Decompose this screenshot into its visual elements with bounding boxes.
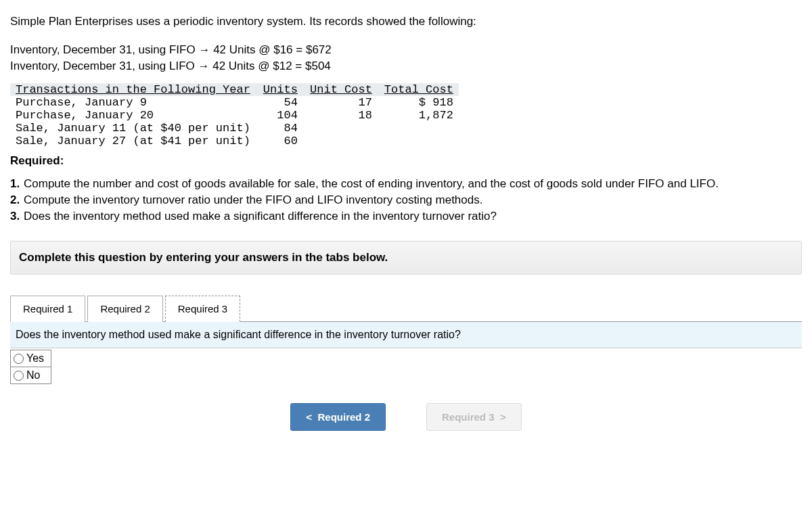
col-header-unit-cost: Unit Cost [303, 83, 378, 96]
option-no-label: No [26, 369, 40, 381]
radio-icon[interactable] [14, 354, 24, 364]
cell-desc: Sale, January 27 (at $41 per unit) [10, 135, 256, 147]
question-bar: Does the inventory method used make a si… [10, 322, 802, 348]
cell-units: 54 [256, 96, 303, 109]
prev-button[interactable]: < Required 2 [290, 403, 386, 431]
requirement-item: 2. Compute the inventory turnover ratio … [10, 192, 802, 208]
req-text: Compute the inventory turnover ratio und… [24, 192, 482, 208]
lifo-line: Inventory, December 31, using LIFO → 42 … [10, 58, 802, 74]
cell-units: 104 [256, 109, 303, 122]
answer-options: Yes No [10, 350, 51, 384]
required-label: Required: [10, 154, 802, 168]
cell-desc: Sale, January 11 (at $40 per unit) [10, 122, 256, 135]
tab-required-3[interactable]: Required 3 [165, 296, 240, 322]
table-row: Purchase, January 9 54 17 $ 918 [10, 96, 459, 109]
req-number: 2. [10, 192, 24, 208]
chevron-right-icon: > [500, 411, 506, 423]
cell-units: 60 [256, 135, 303, 147]
prev-label: Required 2 [317, 411, 370, 423]
cell-unit-cost: 18 [303, 109, 378, 122]
requirement-item: 3. Does the inventory method used make a… [10, 208, 802, 225]
req-text: Compute the number and cost of goods ava… [24, 176, 719, 192]
transactions-table: Transactions in the Following Year Units… [10, 83, 459, 147]
next-button[interactable]: Required 3 > [426, 403, 522, 431]
cell-total-cost [378, 122, 459, 135]
cell-total-cost [378, 135, 459, 147]
cell-units: 84 [256, 122, 303, 135]
chevron-left-icon: < [306, 411, 312, 423]
table-header-row: Transactions in the Following Year Units… [10, 83, 459, 96]
col-header-units: Units [256, 83, 303, 96]
req-number: 1. [10, 176, 24, 192]
requirement-item: 1. Compute the number and cost of goods … [10, 176, 802, 192]
tab-required-2[interactable]: Required 2 [87, 296, 162, 322]
radio-icon[interactable] [14, 371, 24, 381]
tab-required-1[interactable]: Required 1 [10, 296, 85, 322]
requirements-list: 1. Compute the number and cost of goods … [10, 176, 802, 224]
cell-desc: Purchase, January 9 [10, 96, 256, 109]
cell-unit-cost [303, 122, 378, 135]
table-row: Purchase, January 20 104 18 1,872 [10, 109, 459, 122]
intro-text: Simple Plan Enterprises uses a periodic … [10, 14, 802, 30]
tabs-container: Required 1 Required 2 Required 3 [10, 295, 802, 322]
cell-total-cost: $ 918 [378, 96, 459, 109]
req-text: Does the inventory method used make a si… [24, 208, 497, 225]
cell-total-cost: 1,872 [378, 109, 459, 122]
table-row: Sale, January 27 (at $41 per unit) 60 [10, 135, 459, 147]
nav-buttons: < Required 2 Required 3 > [10, 403, 802, 431]
req-number: 3. [10, 208, 24, 225]
cell-unit-cost [303, 135, 378, 147]
instruction-bar: Complete this question by entering your … [10, 241, 802, 275]
option-yes-label: Yes [26, 352, 44, 364]
table-row: Sale, January 11 (at $40 per unit) 84 [10, 122, 459, 135]
inventory-info: Inventory, December 31, using FIFO → 42 … [10, 42, 802, 74]
col-header-total-cost: Total Cost [378, 83, 459, 96]
col-header-transactions: Transactions in the Following Year [10, 83, 256, 96]
next-label: Required 3 [442, 411, 495, 423]
cell-desc: Purchase, January 20 [10, 109, 256, 122]
fifo-line: Inventory, December 31, using FIFO → 42 … [10, 42, 802, 58]
option-yes[interactable]: Yes [11, 350, 51, 367]
cell-unit-cost: 17 [303, 96, 378, 109]
option-no[interactable]: No [11, 367, 51, 383]
